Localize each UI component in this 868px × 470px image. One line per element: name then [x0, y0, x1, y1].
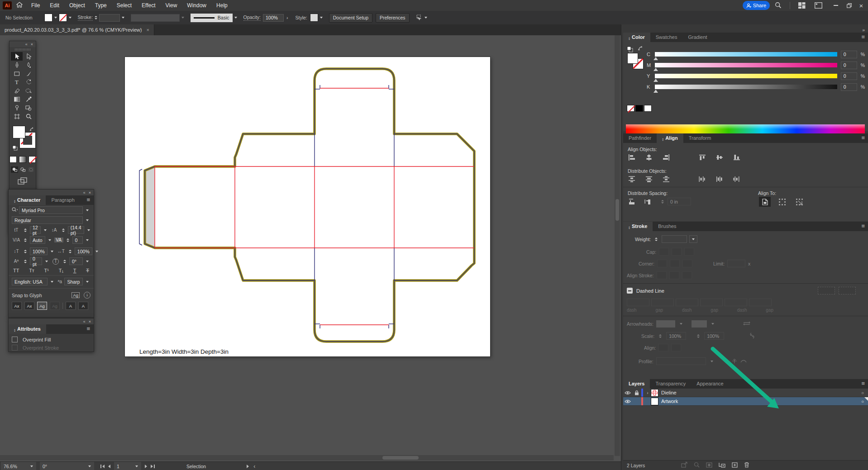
- layer-row-dieline[interactable]: › Dieline ○: [623, 389, 868, 397]
- strikethrough-button[interactable]: T: [86, 268, 89, 273]
- last-artboard-button[interactable]: [151, 465, 155, 468]
- vertical-scale-stepper[interactable]: [22, 250, 29, 253]
- paintbrush-tool[interactable]: [23, 69, 34, 78]
- align-to-key-object-button[interactable]: [793, 197, 805, 207]
- weight-dropdown[interactable]: [689, 235, 697, 243]
- vertical-scale-field[interactable]: 100%: [30, 247, 48, 255]
- layer-name[interactable]: Dieline: [661, 390, 677, 395]
- fill-swatch-indicator[interactable]: [13, 126, 25, 138]
- draw-behind-button[interactable]: [19, 166, 26, 173]
- language-dropdown-icon[interactable]: [51, 281, 53, 283]
- baseline-shift-dropdown-icon[interactable]: [45, 261, 48, 262]
- tab-transparency[interactable]: Transparency: [650, 379, 691, 389]
- layer-target-icon[interactable]: ○: [861, 390, 864, 395]
- shape-builder-tool[interactable]: [23, 104, 34, 112]
- tab-appearance[interactable]: Appearance: [691, 379, 729, 389]
- collapse-dock-icon[interactable]: »: [862, 27, 865, 33]
- fill-stroke-control[interactable]: [10, 125, 36, 155]
- fill-swatch[interactable]: [44, 14, 52, 22]
- dashed-line-checkbox[interactable]: [627, 288, 633, 294]
- horizontal-scrollbar-thumb[interactable]: [382, 456, 419, 460]
- next-artboard-button[interactable]: [145, 465, 147, 468]
- panel-menu-icon[interactable]: ≡: [858, 379, 868, 389]
- black-swatch[interactable]: [635, 105, 643, 112]
- shaper-tool[interactable]: [23, 86, 34, 95]
- first-artboard-button[interactable]: [100, 465, 105, 468]
- minimize-button[interactable]: [829, 0, 843, 11]
- kerning-field[interactable]: Auto: [30, 236, 45, 244]
- align-right-button[interactable]: [661, 153, 671, 161]
- horizontal-spacing-button[interactable]: [643, 198, 653, 205]
- artboard[interactable]: Length=3in Width=3in Depth=3in: [125, 57, 490, 356]
- stroke-swatch-none[interactable]: [59, 14, 67, 22]
- tab-swatches[interactable]: Swatches: [650, 33, 683, 42]
- panel-menu-icon[interactable]: ≡: [83, 195, 94, 205]
- status-chevron-icon[interactable]: ‹: [253, 463, 255, 470]
- menu-edit[interactable]: Edit: [45, 0, 64, 11]
- document-tab[interactable]: product_A20.20.03.03_3_3_3.pdf* @ 76.6 %…: [0, 24, 154, 35]
- baseline-shift-stepper[interactable]: [22, 260, 29, 263]
- snap-anchor-button[interactable]: A: [78, 302, 88, 310]
- font-family-field[interactable]: Myriad Pro: [19, 206, 83, 214]
- new-layer-icon[interactable]: [732, 462, 738, 469]
- previous-artboard-button[interactable]: [108, 465, 110, 468]
- horizontal-scale-stepper[interactable]: [67, 250, 73, 253]
- distribute-top-button[interactable]: [627, 175, 637, 183]
- eyedropper-tool[interactable]: [23, 95, 34, 104]
- workspace-grid-icon[interactable]: [798, 2, 806, 10]
- panel-menu-icon[interactable]: ≡: [858, 33, 868, 42]
- artboard-dropdown[interactable]: [132, 462, 141, 470]
- rectangle-tool[interactable]: [11, 69, 23, 78]
- default-fill-stroke-icon[interactable]: [12, 144, 18, 152]
- channel-k-slider[interactable]: [655, 85, 837, 89]
- font-size-dropdown-icon[interactable]: [44, 229, 47, 231]
- stroke-weight-stepper[interactable]: [93, 16, 99, 19]
- preferences-button[interactable]: Preferences: [376, 13, 410, 23]
- font-style-field[interactable]: Regular: [12, 216, 83, 224]
- font-family-dropdown-icon[interactable]: [86, 209, 89, 211]
- distribute-hcenter-button[interactable]: [715, 175, 725, 183]
- color-mode-button[interactable]: [10, 156, 17, 163]
- snap-angular-guides-button[interactable]: A: [66, 302, 76, 310]
- weight-stepper[interactable]: [653, 237, 659, 241]
- menu-view[interactable]: View: [161, 0, 182, 11]
- fill-proxy-swatch[interactable]: [628, 53, 638, 63]
- layer-thumbnail[interactable]: [651, 398, 658, 405]
- draw-normal-button[interactable]: [11, 166, 18, 173]
- default-fill-stroke-icon[interactable]: [627, 46, 633, 53]
- curvature-tool[interactable]: [23, 61, 34, 69]
- collapse-panel-icon[interactable]: «: [83, 190, 86, 195]
- tracking-stepper[interactable]: [65, 238, 71, 242]
- underline-button[interactable]: T: [73, 268, 76, 273]
- gradient-mode-button[interactable]: [19, 156, 26, 163]
- zoom-tool[interactable]: [23, 112, 34, 121]
- tab-paragraph[interactable]: Paragraph: [46, 195, 80, 205]
- close-panel-icon[interactable]: ×: [89, 190, 91, 195]
- kerning-stepper[interactable]: [22, 238, 29, 242]
- superscript-button[interactable]: T¹: [44, 268, 49, 273]
- visibility-eye-icon[interactable]: [623, 391, 632, 395]
- swap-fill-stroke-icon[interactable]: [638, 46, 644, 52]
- tab-character[interactable]: ▴▾Character: [9, 195, 46, 205]
- tab-attributes[interactable]: ▴▾Attributes: [9, 324, 46, 334]
- align-top-button[interactable]: [697, 153, 707, 161]
- snap-baseline-button[interactable]: Ax: [12, 302, 22, 310]
- font-size-stepper[interactable]: [22, 228, 29, 232]
- visibility-eye-icon[interactable]: [623, 399, 632, 404]
- puppet-warp-tool[interactable]: [11, 104, 23, 112]
- layer-target-icon[interactable]: ○: [861, 399, 864, 404]
- pen-tool[interactable]: [11, 61, 23, 69]
- channel-y-slider[interactable]: [655, 74, 837, 78]
- tab-pathfinder[interactable]: Pathfinder: [623, 133, 657, 143]
- align-to-selection-button[interactable]: [776, 197, 788, 207]
- all-caps-button[interactable]: TT: [13, 268, 19, 273]
- tab-gradient[interactable]: Gradient: [682, 33, 712, 42]
- none-mode-button[interactable]: [29, 156, 36, 163]
- rotate-tool[interactable]: [23, 78, 34, 86]
- zoom-level-field[interactable]: 76.6%: [1, 462, 27, 470]
- tracking-field[interactable]: 0: [72, 236, 83, 244]
- tab-align[interactable]: ▴▾Align: [657, 133, 683, 143]
- horizontal-scrollbar[interactable]: [0, 455, 614, 461]
- expand-layer-chevron[interactable]: ›: [644, 390, 651, 395]
- small-caps-button[interactable]: Tᴛ: [29, 268, 34, 273]
